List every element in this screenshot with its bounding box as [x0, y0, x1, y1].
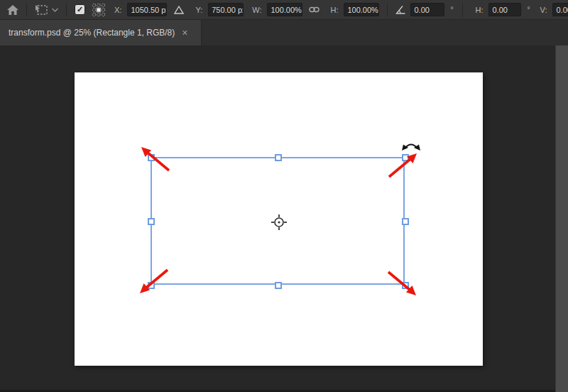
width-scale-field[interactable]: 100.00%: [267, 3, 302, 16]
h-skew-label: H:: [475, 6, 483, 14]
home-icon[interactable]: [7, 5, 18, 15]
handle-middle-left[interactable]: [148, 218, 155, 225]
rotation-field[interactable]: 0.00: [410, 3, 444, 16]
x-field-label: X:: [114, 6, 121, 14]
handle-top-left[interactable]: [148, 154, 155, 161]
width-field-label: W:: [252, 6, 261, 14]
toggle-reference-point-checkbox[interactable]: ✓: [75, 4, 85, 15]
maintain-aspect-ratio-icon[interactable]: [309, 6, 320, 13]
handle-bottom-left[interactable]: [148, 282, 155, 289]
y-position-field[interactable]: 750.00 px: [208, 3, 244, 16]
handle-middle-right[interactable]: [402, 218, 409, 225]
divider: [66, 3, 67, 17]
x-position-field[interactable]: 1050.50 px: [127, 3, 167, 16]
y-field-label: Y:: [195, 6, 202, 14]
options-bar: ✓ X: 1050.50 px Y: 750.00 px W: 10: [0, 0, 568, 20]
photoshop-window: ✓ X: 1050.50 px Y: 750.00 px W: 10: [0, 0, 568, 392]
handle-bottom-center[interactable]: [275, 282, 282, 289]
move-tool-icon[interactable]: [35, 4, 48, 16]
handle-bottom-right[interactable]: [402, 282, 409, 289]
relative-positioning-icon[interactable]: [174, 6, 184, 14]
handle-top-right[interactable]: [402, 154, 409, 161]
v-skew-field[interactable]: 0.00: [552, 3, 568, 16]
transform-bounding-box[interactable]: [151, 157, 405, 285]
document-tab-bar: transform.psd @ 25% (Rectangle 1, RGB/8)…: [0, 20, 568, 45]
reference-point-crosshair-icon[interactable]: [271, 214, 288, 231]
reference-point-locator-icon[interactable]: [92, 3, 106, 17]
v-skew-label: V:: [540, 6, 547, 14]
h-skew-field[interactable]: 0.00: [488, 3, 521, 16]
close-tab-icon[interactable]: ×: [182, 28, 187, 38]
document-tab[interactable]: transform.psd @ 25% (Rectangle 1, RGB/8)…: [0, 20, 202, 45]
rotation-degree-unit: °: [450, 6, 453, 13]
panel-edge-strip: [555, 45, 568, 392]
height-scale-field[interactable]: 100.00%: [344, 3, 379, 16]
checkmark-icon: ✓: [77, 6, 83, 13]
chevron-down-icon[interactable]: [52, 8, 58, 12]
h-skew-degree-unit: °: [527, 6, 530, 13]
canvas-workspace: [0, 45, 568, 392]
document-tab-title: transform.psd @ 25% (Rectangle 1, RGB/8): [9, 28, 175, 38]
rotation-angle-icon[interactable]: [395, 5, 406, 14]
height-field-label: H:: [330, 6, 338, 14]
handle-top-center[interactable]: [275, 154, 282, 161]
divider: [387, 3, 388, 17]
divider: [26, 3, 27, 17]
divider: [462, 3, 463, 17]
